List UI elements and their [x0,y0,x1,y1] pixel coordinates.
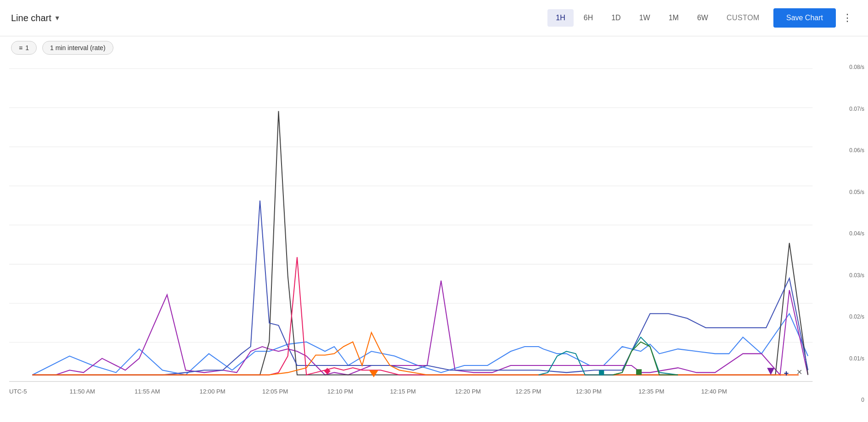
time-btn-1d[interactable]: 1D [603,9,629,27]
chart-svg: + ✕ UTC-5 11:50 AM 11:55 AM 12:00 PM 12:… [9,64,840,403]
x-label-1240: 12:40 PM [701,388,727,395]
x-label-1200: 12:00 PM [200,388,225,395]
time-controls: 1H 6H 1D 1W 1M 6W CUSTOM Save Chart ⋮ [547,8,857,28]
x-label-1215: 12:15 PM [390,388,416,395]
chart-type-dropdown-icon[interactable]: ▼ [54,14,61,22]
x-label-1230: 12:30 PM [576,388,602,395]
y-label-005: 0.05/s [849,189,864,195]
time-btn-6w[interactable]: 6W [689,9,716,27]
y-label-008: 0.08/s [849,64,864,70]
chart-area: + ✕ UTC-5 11:50 AM 11:55 AM 12:00 PM 12:… [0,59,868,422]
time-btn-1h[interactable]: 1H [547,9,573,27]
y-label-002: 0.02/s [849,314,864,320]
interval-label: 1 min interval (rate) [50,44,106,51]
y-axis-labels: 0.08/s 0.07/s 0.06/s 0.05/s 0.04/s 0.03/… [840,64,868,403]
square-marker [636,369,642,375]
y-label-006: 0.06/s [849,147,864,154]
time-btn-1m[interactable]: 1M [660,9,687,27]
x-label-1150: 11:50 AM [69,388,95,395]
top-bar: Line chart ▼ 1H 6H 1D 1W 1M 6W CUSTOM Sa… [0,0,868,36]
triangle-up-marker [767,368,774,375]
x-label-utc: UTC-5 [9,388,27,395]
x-marker: ✕ [796,368,802,376]
x-label-1155: 11:55 AM [135,388,160,395]
chart-title: Line chart ▼ [11,13,542,23]
time-btn-6h[interactable]: 6H [575,9,601,27]
x-label-1225: 12:25 PM [515,388,541,395]
y-label-001: 0.01/s [849,355,864,362]
x-label-1220: 12:20 PM [455,388,481,395]
x-label-1210: 12:10 PM [327,388,353,395]
more-options-button[interactable]: ⋮ [838,9,857,27]
sub-bar: ≡ 1 1 min interval (rate) [0,36,868,59]
y-label-003: 0.03/s [849,272,864,279]
x-label-1205: 12:05 PM [262,388,288,395]
filter-button[interactable]: ≡ 1 [11,41,37,55]
plus-marker: + [784,368,789,377]
teal-square-marker [599,370,604,375]
y-label-000: 0 [861,397,864,403]
filter-count: 1 [25,44,29,51]
x-label-1235: 12:35 PM [638,388,664,395]
triangle-down-marker [369,370,378,377]
chart-type-label: Line chart [11,13,51,23]
save-chart-button[interactable]: Save Chart [773,8,836,28]
time-btn-1w[interactable]: 1W [631,9,659,27]
y-label-007: 0.07/s [849,106,864,112]
y-label-004: 0.04/s [849,230,864,237]
interval-button[interactable]: 1 min interval (rate) [42,41,113,55]
filter-icon: ≡ [19,44,23,51]
time-btn-custom[interactable]: CUSTOM [718,9,768,27]
